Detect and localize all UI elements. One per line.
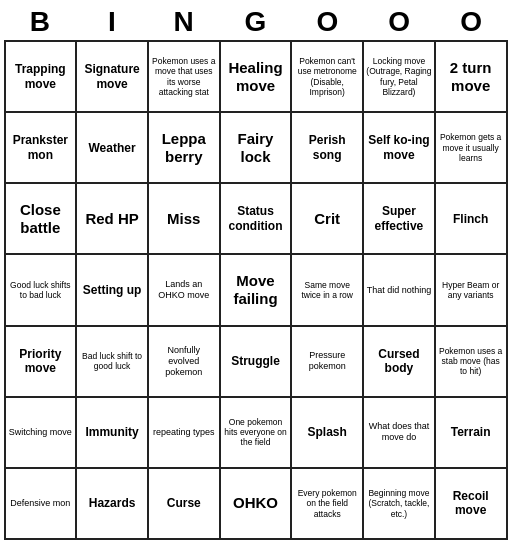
grid-cell-r3-c0: Good luck shifts to bad luck (5, 254, 77, 325)
grid-cell-r5-c2: repeating types (148, 397, 220, 468)
grid-cell-r6-c5: Beginning move (Scratch, tackle, etc.) (363, 468, 435, 539)
grid-cell-r5-c0: Switching move (5, 397, 77, 468)
grid-cell-r1-c5: Self ko-ing move (363, 112, 435, 183)
grid-cell-r2-c0: Close battle (5, 183, 77, 254)
grid-cell-r4-c2: Nonfully evolved pokemon (148, 326, 220, 397)
grid-cell-r1-c6: Pokemon gets a move it usually learns (435, 112, 507, 183)
grid-cell-r5-c4: Splash (291, 397, 363, 468)
bingo-grid: Trapping moveSignature movePokemon uses … (4, 40, 508, 540)
grid-cell-r5-c5: What does that move do (363, 397, 435, 468)
grid-cell-r4-c1: Bad luck shift to good luck (76, 326, 148, 397)
grid-cell-r2-c3: Status condition (220, 183, 292, 254)
grid-cell-r3-c1: Setting up (76, 254, 148, 325)
grid-cell-r3-c2: Lands an OHKO move (148, 254, 220, 325)
grid-cell-r3-c4: Same move twice in a row (291, 254, 363, 325)
grid-cell-r2-c6: Flinch (435, 183, 507, 254)
grid-cell-r0-c6: 2 turn move (435, 41, 507, 112)
header-letter-N: N (148, 6, 220, 38)
grid-cell-r3-c6: Hyper Beam or any variants (435, 254, 507, 325)
grid-cell-r6-c2: Curse (148, 468, 220, 539)
grid-cell-r6-c0: Defensive mon (5, 468, 77, 539)
grid-cell-r1-c3: Fairy lock (220, 112, 292, 183)
header-letter-O: O (291, 6, 363, 38)
grid-cell-r6-c3: OHKO (220, 468, 292, 539)
grid-cell-r1-c2: Leppa berry (148, 112, 220, 183)
bingo-header: BINGOOO (0, 0, 511, 40)
grid-cell-r2-c2: Miss (148, 183, 220, 254)
header-letter-I: I (76, 6, 148, 38)
grid-cell-r5-c1: Immunity (76, 397, 148, 468)
grid-cell-r3-c3: Move failing (220, 254, 292, 325)
grid-cell-r3-c5: That did nothing (363, 254, 435, 325)
grid-cell-r1-c0: Prankster mon (5, 112, 77, 183)
grid-cell-r5-c6: Terrain (435, 397, 507, 468)
grid-cell-r6-c4: Every pokemon on the field attacks (291, 468, 363, 539)
header-letter-O: O (435, 6, 507, 38)
grid-cell-r2-c4: Crit (291, 183, 363, 254)
grid-cell-r2-c1: Red HP (76, 183, 148, 254)
grid-cell-r1-c1: Weather (76, 112, 148, 183)
grid-cell-r1-c4: Perish song (291, 112, 363, 183)
grid-cell-r0-c4: Pokemon can't use metronome (Disable, Im… (291, 41, 363, 112)
header-letter-O: O (363, 6, 435, 38)
grid-cell-r4-c4: Pressure pokemon (291, 326, 363, 397)
grid-cell-r2-c5: Super effective (363, 183, 435, 254)
header-letter-G: G (220, 6, 292, 38)
grid-cell-r4-c0: Priority move (5, 326, 77, 397)
grid-cell-r0-c1: Signature move (76, 41, 148, 112)
grid-cell-r0-c2: Pokemon uses a move that uses its worse … (148, 41, 220, 112)
grid-cell-r4-c5: Cursed body (363, 326, 435, 397)
grid-cell-r0-c5: Locking move (Outrage, Raging fury, Peta… (363, 41, 435, 112)
grid-cell-r4-c3: Struggle (220, 326, 292, 397)
grid-cell-r0-c0: Trapping move (5, 41, 77, 112)
grid-cell-r4-c6: Pokemon uses a stab move (has to hit) (435, 326, 507, 397)
grid-cell-r5-c3: One pokemon hits everyone on the field (220, 397, 292, 468)
grid-cell-r6-c6: Recoil move (435, 468, 507, 539)
grid-cell-r6-c1: Hazards (76, 468, 148, 539)
grid-cell-r0-c3: Healing move (220, 41, 292, 112)
header-letter-B: B (4, 6, 76, 38)
